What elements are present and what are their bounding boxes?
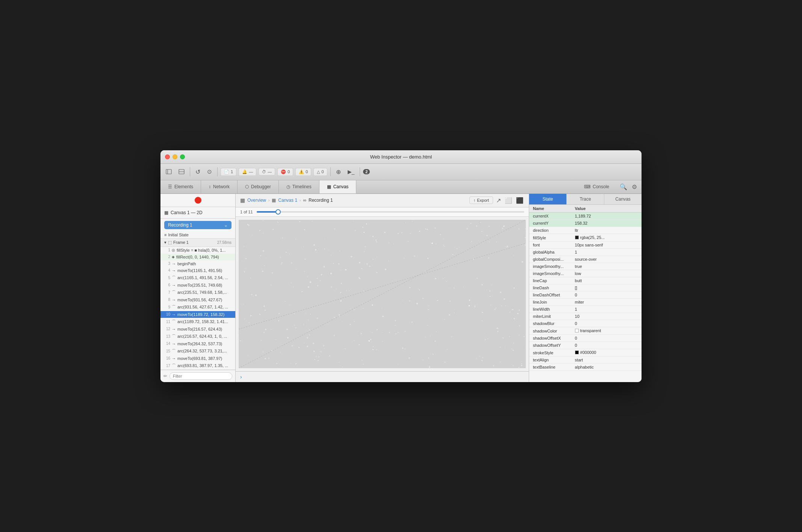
scrubber-bar: 1 of 11 xyxy=(236,207,529,217)
record-button[interactable] xyxy=(195,197,201,204)
tab-state[interactable]: State xyxy=(529,194,567,204)
svg-point-7 xyxy=(369,340,370,341)
arc-icon: ⌒ xyxy=(172,304,176,310)
arc-icon: ⌒ xyxy=(172,275,176,281)
console-prompt-button[interactable]: ▶_ xyxy=(345,167,357,176)
inspect-button[interactable]: ⊕ xyxy=(334,167,343,177)
sidebar-toggle-button[interactable] xyxy=(163,168,174,176)
fit-view-button[interactable]: ⬜ xyxy=(504,196,513,205)
tab-trace[interactable]: Trace xyxy=(567,194,604,204)
scrubber-position-label: 1 of 11 xyxy=(240,210,253,214)
timelines-icon: ◷ xyxy=(286,184,290,189)
tab-count-badge: 2 xyxy=(363,169,370,174)
recording-dropdown[interactable]: Recording 1 ⌄ xyxy=(164,221,232,229)
path-view-button[interactable]: ↗ xyxy=(495,196,502,205)
list-item[interactable]: 5 ⌒ arc(1165.1, 491.56, 2.54, ... xyxy=(160,274,235,282)
list-item[interactable]: 12 → moveTo(216.57, 624.43) xyxy=(160,326,235,332)
tab-timelines[interactable]: ◷ Timelines xyxy=(279,180,319,193)
tab-debugger[interactable]: ⬡ Debugger xyxy=(238,180,279,193)
list-item[interactable]: 2 ◈ fillRect(0, 0, 1440, 794) xyxy=(160,254,235,260)
list-item[interactable]: 7 ⌒ arc(235.51, 749.68, 1.58,... xyxy=(160,289,235,296)
canvas-label: ▦ Canvas 1 — 2D xyxy=(160,207,235,219)
minimize-button[interactable] xyxy=(173,154,177,159)
tab-console[interactable]: ⌨ Console xyxy=(577,184,617,189)
close-button[interactable] xyxy=(165,154,170,159)
export-button[interactable]: ↑ Export xyxy=(469,196,493,204)
arrow-icon: → xyxy=(172,342,176,346)
elements-icon: ☰ xyxy=(168,184,172,189)
right-panel: State Trace Canvas Name Value currentX 1… xyxy=(529,194,642,382)
list-item[interactable]: 15 ⌒ arc(264.32, 537.73, 3.21,... xyxy=(160,347,235,355)
error-icon: ⛔ xyxy=(281,169,286,174)
prop-row: fillStyle rgba(25, 25... xyxy=(529,234,642,242)
warning-badge: ⚠️ 0 xyxy=(295,168,311,176)
download-button[interactable]: ⊙ xyxy=(205,167,214,177)
list-item[interactable]: 17 ⌒ arc(693.81, 387.97, 1.35, ... xyxy=(160,362,235,370)
list-item[interactable]: 11 ⌒ arc(1189.72, 158.32, 1.41... xyxy=(160,318,235,326)
breadcrumb-canvas1[interactable]: Canvas 1 xyxy=(278,198,297,203)
notification-badge: 🔔 — xyxy=(239,168,256,176)
list-item-selected[interactable]: 10 → moveTo(1189.72, 158.32) xyxy=(160,311,235,318)
maximize-button[interactable] xyxy=(180,154,185,159)
list-item[interactable]: 9 ⌒ arc(931.56, 427.67, 1.42, ... xyxy=(160,303,235,311)
console-expand-arrow[interactable]: › xyxy=(240,374,242,380)
prop-row: lineJoin miter xyxy=(529,299,642,306)
bell-icon: 🔔 xyxy=(242,169,247,174)
list-item[interactable]: 13 ⌒ arc(216.57, 624.43, 1, 0, ... xyxy=(160,332,235,340)
breadcrumb-sep-1: › xyxy=(268,198,269,203)
prop-row: shadowOffsetY 0 xyxy=(529,342,642,349)
breadcrumb-bar: ▦ Overview › ▦ Canvas 1 › ∞ Recording 1 … xyxy=(236,194,529,207)
scrubber-fill xyxy=(257,211,278,213)
network-icon: ↕ xyxy=(209,184,211,189)
strokestyle-swatch xyxy=(575,351,579,354)
tab-network[interactable]: ↕ Network xyxy=(201,180,238,193)
svg-line-4 xyxy=(239,220,526,368)
reload-button[interactable]: ↺ xyxy=(193,167,203,177)
svg-line-5 xyxy=(239,243,526,329)
prop-row: currentX 1,189.72 xyxy=(529,213,642,220)
canvas-preview xyxy=(239,220,526,368)
split-view-button[interactable] xyxy=(176,168,187,176)
arrow-icon: → xyxy=(172,261,176,266)
split-view-button2[interactable]: ⬛ xyxy=(515,196,524,205)
prop-row: currentY 158.32 xyxy=(529,220,642,227)
settings-button[interactable]: ⚙ xyxy=(630,183,639,191)
tab-actions: ⌨ Console 🔍 ⚙ xyxy=(574,180,642,193)
arc-icon: ⌒ xyxy=(172,290,176,295)
page-count: 1 xyxy=(231,169,233,174)
props-header: Name Value xyxy=(529,205,642,213)
list-item[interactable]: 4 → moveTo(1165.1, 491.56) xyxy=(160,267,235,274)
tab-canvas[interactable]: ▦ Canvas xyxy=(319,180,357,193)
arrow-icon: → xyxy=(172,312,176,317)
canvas-area xyxy=(239,220,526,368)
canvas-thumb-icon: ▦ xyxy=(164,210,168,215)
scrubber-track[interactable] xyxy=(257,211,524,213)
prop-row: shadowBlur 0 xyxy=(529,320,642,327)
scrubber-thumb[interactable] xyxy=(275,209,281,215)
fillstyle-swatch xyxy=(575,236,579,239)
error-badge: ⛔ 0 xyxy=(277,168,293,176)
page-icon: 📄 xyxy=(224,169,229,174)
arrow-icon: → xyxy=(172,327,176,331)
list-item[interactable]: 8 → moveTo(931.56, 427.67) xyxy=(160,296,235,303)
titlebar: Web Inspector — demo.html xyxy=(160,150,642,164)
bottom-bar: › xyxy=(236,371,529,382)
prop-row: lineWidth 1 xyxy=(529,306,642,313)
filter-input[interactable] xyxy=(169,372,232,380)
breadcrumb-overview[interactable]: Overview xyxy=(247,198,266,203)
filter-icon: ✏ xyxy=(163,373,167,379)
list-item[interactable]: 3 → beginPath xyxy=(160,260,235,267)
arrow-icon: → xyxy=(172,268,176,273)
arc-icon: ⌒ xyxy=(172,319,176,325)
tab-canvas-right[interactable]: Canvas xyxy=(604,194,642,204)
list-item[interactable]: 6 → moveTo(235.51, 749.68) xyxy=(160,282,235,289)
right-tabs: State Trace Canvas xyxy=(529,194,642,205)
tab-elements[interactable]: ☰ Elements xyxy=(160,180,201,193)
list-item[interactable]: 14 → moveTo(264.32, 537.73) xyxy=(160,340,235,347)
log-badge: △ 0 xyxy=(313,168,327,176)
list-item[interactable]: 16 → moveTo(693.81, 387.97) xyxy=(160,355,235,362)
search-button[interactable]: 🔍 xyxy=(618,183,629,191)
list-item[interactable]: 1 ◎ fillStyle = ■ hsla(0, 0%, 1... xyxy=(160,247,235,254)
initial-state-item[interactable]: ≡ Initial State xyxy=(160,231,235,238)
main-content: ▦ Canvas 1 — 2D Recording 1 ⌄ ≡ Initial … xyxy=(160,194,642,382)
